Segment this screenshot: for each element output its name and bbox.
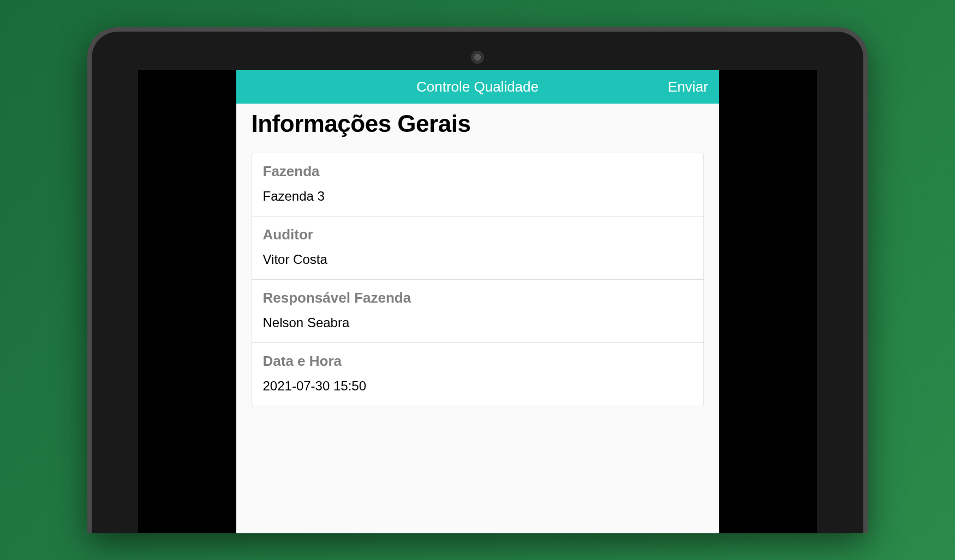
field-fazenda[interactable]: Fazenda Fazenda 3 — [252, 153, 703, 216]
app-viewport: Controle Qualidade Enviar Informações Ge… — [236, 70, 719, 533]
page-content: Informações Gerais Fazenda Fazenda 3 Aud… — [236, 104, 719, 406]
form-card: Fazenda Fazenda 3 Auditor Vitor Costa Re… — [252, 153, 704, 406]
field-value: Vitor Costa — [263, 252, 693, 267]
field-auditor[interactable]: Auditor Vitor Costa — [252, 216, 703, 280]
field-label: Responsável Fazenda — [263, 290, 693, 306]
tablet-camera — [471, 51, 484, 64]
app-header: Controle Qualidade Enviar — [236, 70, 719, 104]
send-button[interactable]: Enviar — [668, 79, 708, 95]
field-value: Fazenda 3 — [263, 189, 693, 204]
camera-lens-icon — [474, 54, 481, 61]
page-title: Informações Gerais — [252, 110, 704, 137]
field-value: 2021-07-30 15:50 — [263, 378, 693, 394]
app-title: Controle Qualidade — [416, 79, 539, 95]
tablet-screen: Controle Qualidade Enviar Informações Ge… — [138, 70, 817, 533]
field-label: Auditor — [263, 226, 693, 243]
field-label: Fazenda — [263, 163, 693, 180]
tablet-device-frame: Controle Qualidade Enviar Informações Ge… — [87, 27, 868, 533]
field-data-hora[interactable]: Data e Hora 2021-07-30 15:50 — [252, 343, 703, 406]
field-label: Data e Hora — [263, 353, 693, 370]
field-responsavel[interactable]: Responsável Fazenda Nelson Seabra — [252, 280, 703, 343]
tablet-bezel: Controle Qualidade Enviar Informações Ge… — [92, 32, 863, 533]
field-value: Nelson Seabra — [263, 315, 693, 330]
